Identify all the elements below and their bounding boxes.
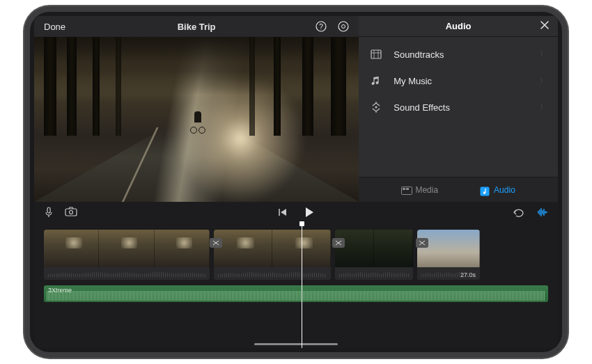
app-screen: Done Bike Trip ? bbox=[34, 16, 558, 348]
video-track: 27.0s bbox=[44, 230, 548, 280]
video-preview-pane: Done Bike Trip ? bbox=[34, 16, 359, 202]
microphone-icon[interactable] bbox=[44, 207, 54, 218]
audio-item-soundtracks[interactable]: Soundtracks 〉 bbox=[359, 41, 558, 68]
audio-clip-label: 3Xtreme bbox=[48, 287, 72, 294]
tab-media[interactable]: Media bbox=[401, 185, 438, 195]
sound-effects-icon bbox=[370, 101, 384, 113]
ipad-device-frame: Done Bike Trip ? bbox=[24, 6, 568, 358]
chevron-right-icon: 〉 bbox=[540, 76, 547, 86]
play-icon[interactable] bbox=[304, 207, 314, 218]
waveform-icon[interactable] bbox=[536, 207, 548, 217]
transition-marker[interactable] bbox=[416, 238, 428, 248]
timeline[interactable]: 27.0s 3Xtreme bbox=[34, 223, 558, 348]
close-icon[interactable] bbox=[540, 20, 550, 30]
svg-text:?: ? bbox=[319, 23, 323, 31]
transition-marker[interactable] bbox=[332, 238, 345, 248]
timeline-video-clip[interactable] bbox=[335, 230, 413, 280]
camera-icon[interactable] bbox=[65, 207, 77, 218]
music-note-icon bbox=[370, 74, 384, 87]
project-title: Bike Trip bbox=[34, 22, 359, 32]
svg-rect-14 bbox=[65, 209, 77, 216]
svg-point-15 bbox=[70, 211, 73, 214]
audio-tab-icon bbox=[480, 187, 490, 193]
home-indicator[interactable] bbox=[254, 343, 338, 345]
clip-duration: 27.0s bbox=[460, 271, 476, 278]
svg-rect-9 bbox=[403, 188, 405, 190]
tab-media-label: Media bbox=[415, 185, 438, 195]
chevron-right-icon: 〉 bbox=[540, 49, 547, 59]
side-panel-title: Audio bbox=[446, 21, 472, 31]
preview-header: Done Bike Trip ? bbox=[34, 16, 359, 37]
audio-categories-list: Soundtracks 〉 My Music 〉 S bbox=[359, 37, 558, 177]
svg-rect-13 bbox=[47, 207, 50, 213]
media-icon bbox=[401, 187, 411, 193]
audio-item-soundeffects[interactable]: Sound Effects 〉 bbox=[359, 94, 558, 120]
svg-rect-10 bbox=[406, 188, 409, 190]
timeline-video-clip[interactable] bbox=[214, 230, 331, 280]
soundtracks-icon bbox=[370, 48, 384, 61]
audio-item-mymusic[interactable]: My Music 〉 bbox=[359, 68, 558, 94]
export-icon[interactable] bbox=[338, 21, 349, 32]
timeline-video-clip[interactable] bbox=[44, 230, 210, 280]
playhead[interactable] bbox=[302, 223, 302, 348]
svg-point-5 bbox=[372, 82, 375, 85]
chevron-right-icon: 〉 bbox=[540, 102, 547, 112]
svg-point-6 bbox=[376, 81, 379, 84]
svg-point-2 bbox=[338, 22, 348, 31]
audio-item-label: Sound Effects bbox=[394, 102, 450, 113]
done-button[interactable]: Done bbox=[44, 22, 65, 32]
svg-point-7 bbox=[375, 106, 377, 109]
side-panel-tabs: Media Audio bbox=[359, 177, 558, 202]
svg-rect-4 bbox=[371, 50, 381, 58]
tab-audio-label: Audio bbox=[494, 185, 515, 195]
audio-track-clip[interactable]: 3Xtreme bbox=[44, 285, 548, 302]
preview-viewport[interactable] bbox=[34, 37, 359, 202]
svg-point-12 bbox=[483, 191, 486, 194]
audio-side-panel: Audio Soundtracks 〉 bbox=[359, 16, 558, 202]
transition-marker[interactable] bbox=[210, 238, 222, 248]
timeline-video-clip[interactable]: 27.0s bbox=[417, 230, 480, 280]
help-icon[interactable]: ? bbox=[316, 21, 327, 32]
tab-audio[interactable]: Audio bbox=[480, 185, 515, 195]
svg-point-3 bbox=[342, 25, 345, 29]
playback-controls-bar bbox=[34, 202, 558, 223]
undo-icon[interactable] bbox=[512, 207, 524, 217]
skip-back-icon[interactable] bbox=[278, 208, 288, 216]
audio-item-label: Soundtracks bbox=[394, 49, 444, 60]
side-panel-header: Audio bbox=[359, 16, 558, 37]
upper-section: Done Bike Trip ? bbox=[34, 16, 558, 202]
audio-item-label: My Music bbox=[394, 76, 432, 86]
svg-rect-11 bbox=[481, 187, 490, 196]
